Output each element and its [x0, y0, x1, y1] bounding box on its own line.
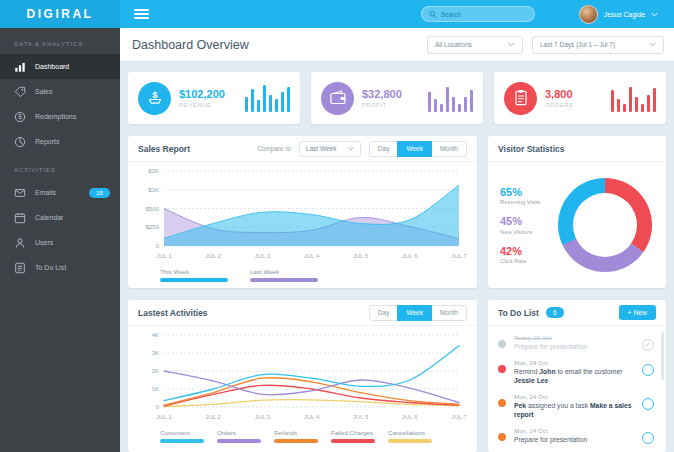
sidebar-item-users[interactable]: Users: [0, 230, 120, 255]
envelope-icon: [14, 187, 26, 199]
todo-checkbox[interactable]: [642, 432, 654, 444]
search-input[interactable]: [441, 11, 527, 18]
pie-chart-icon: [14, 136, 26, 148]
activities-tab-day[interactable]: Day: [369, 305, 399, 321]
todo-dot: [498, 365, 506, 373]
svg-text:JUL 2: JUL 2: [205, 414, 221, 420]
date-range-select[interactable]: Last 7 Days (Jul 1 – Jul 7): [532, 36, 664, 54]
todo-item-text: Pek assigned you a task Make a sales rep…: [514, 402, 636, 419]
sidebar-item-reports[interactable]: Reports: [0, 129, 120, 154]
activities-tab-month[interactable]: Month: [431, 305, 467, 321]
sidebar-item-label: Sales: [35, 88, 53, 95]
visitor-stat-label: Click Rate: [500, 258, 552, 264]
svg-text:1K: 1K: [152, 386, 159, 392]
main-area: Dashboard Overview All Locations Last 7 …: [120, 28, 674, 452]
todo-item-content: Mon, 24 OctPrepare for presentation: [514, 427, 636, 444]
activities-chart-legend: CustomersOrdersRefundsFailed ChargesCanc…: [128, 426, 477, 443]
compare-to-value: Last Week: [306, 145, 337, 152]
visitor-stat-label: New Visitors: [500, 229, 552, 235]
legend-label: Failed Charges: [331, 429, 375, 436]
stat-value: $32,800: [362, 88, 402, 100]
visitor-stat-new-visitors: 45%New Visitors: [500, 215, 552, 235]
sidebar-item-calendar[interactable]: Calendar: [0, 205, 120, 230]
legend-item-last-week: Last Week: [250, 268, 318, 282]
mini-bar: [440, 104, 444, 112]
todo-checkbox[interactable]: [642, 398, 654, 410]
todo-item-date: Today, 21 Oct: [514, 334, 636, 341]
user-menu[interactable]: Jesus Cagide: [579, 5, 658, 24]
svg-text:$: $: [18, 113, 22, 120]
stat-label: REVENUE: [179, 102, 225, 108]
revenue-icon: $: [138, 82, 171, 115]
activities-tab-week[interactable]: Week: [397, 305, 432, 321]
sidebar-section-label: DATA & ANALYTICS: [0, 28, 120, 54]
sidebar-item-label: Users: [35, 239, 53, 246]
sidebar-item-to-do-list[interactable]: To Do List: [0, 255, 120, 280]
location-filter-select[interactable]: All Locations: [427, 36, 523, 54]
sales-chart-legend: This WeekLast Week: [128, 265, 477, 282]
legend-label: This Week: [160, 268, 228, 275]
mini-bar: [617, 99, 621, 112]
legend-color-bar: [388, 439, 432, 443]
legend-item-this-week: This Week: [160, 268, 228, 282]
profit-icon: [321, 82, 354, 115]
sidebar-item-dashboard[interactable]: Dashboard: [0, 54, 120, 79]
mini-bar: [251, 89, 255, 112]
todo-dot: [498, 433, 506, 441]
mini-bar: [275, 99, 279, 112]
svg-text:JUL 3: JUL 3: [255, 414, 271, 420]
mini-bar: [647, 95, 651, 112]
mini-bar: [470, 90, 474, 112]
check-icon[interactable]: ✓: [642, 339, 654, 351]
visitor-stat-label: Returning Visits: [500, 199, 552, 205]
menu-icon[interactable]: [134, 9, 149, 19]
sidebar-item-label: To Do List: [35, 264, 66, 271]
legend-item-orders: Orders: [217, 429, 261, 443]
mini-bar: [434, 99, 438, 112]
chevron-down-icon: [348, 147, 354, 151]
svg-text:$500: $500: [146, 206, 160, 212]
legend-label: Orders: [217, 429, 261, 436]
todo-item-text: Remind John to email the customer Jessie…: [514, 368, 636, 385]
todo-scrollbar[interactable]: [661, 332, 664, 380]
legend-item-refunds: Refunds: [274, 429, 318, 443]
legend-color-bar: [274, 439, 318, 443]
compare-to-select[interactable]: Last Week: [299, 141, 361, 157]
sidebar-item-sales[interactable]: Sales: [0, 79, 120, 104]
legend-item-cancellations: Cancellations: [388, 429, 432, 443]
todo-item: Mon, 24 OctPek assigned you a task Make …: [488, 389, 666, 423]
todo-item-date: Mon, 24 Oct: [514, 427, 636, 434]
svg-text:JUL 4: JUL 4: [304, 253, 320, 259]
legend-label: Customers: [160, 429, 204, 436]
sidebar-item-redemptions[interactable]: $Redemptions: [0, 104, 120, 129]
sales-chart-svg: $2K$1K$500$2500JUL 1JUL 2JUL 3JUL 4JUL 5…: [138, 166, 465, 261]
todo-checkbox[interactable]: [642, 364, 654, 376]
svg-text:JUL 7: JUL 7: [451, 414, 467, 420]
legend-item-failed-charges: Failed Charges: [331, 429, 375, 443]
content-area: $$102,200REVENUE$32,800PROFIT3,800ORDERS…: [120, 62, 674, 452]
sidebar-item-emails[interactable]: Emails15: [0, 180, 120, 205]
top-bar: DIGIRAL Jesus Cagide: [0, 0, 674, 28]
svg-text:$2K: $2K: [148, 168, 159, 174]
svg-text:$1K: $1K: [148, 187, 159, 193]
search-box[interactable]: [421, 6, 535, 22]
date-range-value: Last 7 Days (Jul 1 – Jul 7): [540, 41, 615, 48]
svg-text:JUL 5: JUL 5: [353, 253, 369, 259]
todo-item-date: Mon, 24 Oct: [514, 393, 636, 400]
todo-item-content: Mon, 24 OctPek assigned you a task Make …: [514, 393, 636, 419]
sales-tab-month[interactable]: Month: [431, 141, 467, 157]
user-avatar: [579, 5, 598, 24]
todo-dot: [498, 399, 506, 407]
visitor-stat-value: 65%: [500, 186, 552, 198]
tag-icon: [14, 86, 26, 98]
app-logo: DIGIRAL: [0, 0, 120, 28]
app-body: DATA & ANALYTICSDashboardSales$Redemptio…: [0, 28, 674, 452]
mini-bar: [464, 97, 468, 112]
new-todo-button[interactable]: + New: [619, 305, 656, 320]
sales-tab-week[interactable]: Week: [397, 141, 432, 157]
mini-bar: [653, 88, 657, 112]
svg-text:JUL 1: JUL 1: [156, 414, 172, 420]
mini-bar: [269, 95, 273, 112]
activities-chart: 4K3K2K1K0JUL 1JUL 2JUL 3JUL 4JUL 5JUL 6J…: [128, 326, 477, 426]
sales-tab-day[interactable]: Day: [369, 141, 399, 157]
